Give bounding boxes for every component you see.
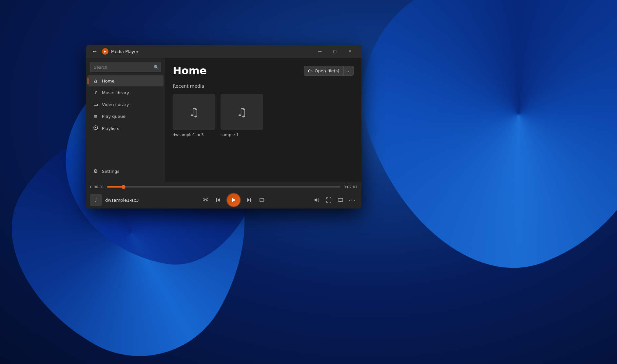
svg-marker-6 bbox=[247, 198, 250, 202]
svg-marker-4 bbox=[232, 198, 236, 202]
fullscreen-button[interactable] bbox=[323, 194, 334, 206]
media-card-sample1[interactable]: ♫ sample-1 bbox=[221, 94, 263, 137]
progress-fill bbox=[107, 186, 124, 188]
svg-point-1 bbox=[95, 127, 96, 128]
app-logo-icon: ▶ bbox=[102, 48, 108, 55]
play-pause-button[interactable] bbox=[227, 193, 240, 207]
np-music-icon: ♪ bbox=[95, 197, 98, 203]
music-note-icon-2: ♫ bbox=[237, 105, 247, 119]
sidebar-bottom: ⚙ Settings bbox=[86, 165, 165, 180]
maximize-button[interactable]: □ bbox=[327, 46, 342, 57]
sidebar-item-play-queue[interactable]: ≡ Play queue bbox=[87, 111, 164, 122]
svg-rect-2 bbox=[216, 198, 217, 202]
sidebar-item-label-music: Music library bbox=[102, 90, 129, 95]
volume-button[interactable] bbox=[312, 194, 322, 206]
more-options-button[interactable]: ··· bbox=[347, 194, 357, 206]
app-title: Media Player bbox=[111, 49, 139, 54]
main-content: 🔍 ⌂ Home ♪ Music library ▭ Video library… bbox=[86, 58, 361, 182]
sidebar-item-settings[interactable]: ⚙ Settings bbox=[87, 166, 164, 177]
now-playing: ♪ dwsample1-ac3 bbox=[90, 194, 156, 206]
minimize-button[interactable]: — bbox=[312, 46, 327, 57]
open-files-main[interactable]: 🗁 Open file(s) bbox=[304, 66, 344, 75]
now-playing-title: dwsample1-ac3 bbox=[105, 198, 139, 203]
player-controls: ♪ dwsample1-ac3 bbox=[86, 191, 361, 209]
progress-bar-container: 0:00:01 0:02:01 bbox=[86, 182, 361, 191]
progress-track[interactable] bbox=[107, 186, 340, 188]
sidebar-item-video-library[interactable]: ▭ Video library bbox=[87, 99, 164, 110]
folder-icon: 🗁 bbox=[308, 68, 313, 73]
search-input[interactable] bbox=[90, 62, 161, 72]
page-title: Home bbox=[173, 64, 207, 77]
sidebar-item-label-queue: Play queue bbox=[102, 114, 125, 119]
open-files-label: Open file(s) bbox=[315, 68, 339, 73]
progress-thumb bbox=[122, 185, 125, 189]
sidebar-item-label-home: Home bbox=[102, 79, 114, 83]
player-controls-right: ··· bbox=[312, 194, 357, 206]
next-button[interactable] bbox=[243, 194, 255, 206]
sidebar-item-playlists[interactable]: Playlists bbox=[87, 122, 164, 134]
media-card-dwsample1[interactable]: ♫ dwsample1-ac3 bbox=[173, 94, 215, 137]
playlists-icon bbox=[93, 125, 99, 132]
current-time: 0:00:01 bbox=[90, 185, 104, 189]
sidebar-item-label-settings: Settings bbox=[102, 169, 119, 174]
sidebar: 🔍 ⌂ Home ♪ Music library ▭ Video library… bbox=[86, 58, 165, 182]
open-files-dropdown-arrow[interactable]: ⌄ bbox=[344, 67, 353, 75]
video-icon: ▭ bbox=[93, 101, 99, 107]
search-box: 🔍 bbox=[90, 62, 161, 72]
ribbon-decoration-1 bbox=[330, 0, 617, 303]
music-note-icon-1: ♫ bbox=[189, 105, 199, 119]
player-bar: 0:00:01 0:02:01 ♪ dwsample1-ac3 bbox=[86, 182, 361, 209]
music-icon: ♪ bbox=[93, 90, 99, 96]
playback-controls bbox=[156, 193, 312, 207]
repeat-button[interactable] bbox=[256, 194, 268, 206]
home-icon: ⌂ bbox=[93, 78, 99, 84]
queue-icon: ≡ bbox=[93, 113, 99, 119]
media-thumbnail-sample1[interactable]: ♫ bbox=[221, 94, 263, 130]
svg-rect-5 bbox=[250, 198, 251, 202]
close-button[interactable]: ✕ bbox=[342, 46, 357, 57]
media-grid: ♫ dwsample1-ac3 ♫ sample-1 bbox=[173, 94, 354, 137]
sidebar-item-home[interactable]: ⌂ Home bbox=[87, 75, 164, 86]
right-panel: Home 🗁 Open file(s) ⌄ Recent media ♫ dws… bbox=[165, 58, 361, 182]
media-thumbnail-dwsample1[interactable]: ♫ bbox=[173, 94, 215, 130]
title-bar: ← ▶ Media Player — □ ✕ bbox=[86, 45, 361, 58]
sidebar-item-label-video: Video library bbox=[102, 102, 129, 107]
open-files-button[interactable]: 🗁 Open file(s) ⌄ bbox=[304, 66, 354, 76]
sidebar-item-music-library[interactable]: ♪ Music library bbox=[87, 87, 164, 98]
recent-media-title: Recent media bbox=[173, 83, 354, 89]
back-button[interactable]: ← bbox=[90, 47, 99, 56]
cast-button[interactable] bbox=[335, 194, 346, 206]
window-controls: — □ ✕ bbox=[312, 46, 357, 57]
total-time: 0:02:01 bbox=[344, 185, 357, 189]
sidebar-item-label-playlists: Playlists bbox=[102, 126, 119, 131]
svg-marker-7 bbox=[315, 198, 317, 202]
search-icon[interactable]: 🔍 bbox=[154, 65, 159, 70]
now-playing-thumbnail: ♪ bbox=[90, 194, 102, 206]
title-bar-left: ← ▶ Media Player bbox=[90, 47, 312, 56]
panel-header: Home 🗁 Open file(s) ⌄ bbox=[173, 64, 354, 77]
svg-marker-3 bbox=[217, 198, 220, 202]
settings-icon: ⚙ bbox=[93, 168, 99, 174]
media-name-sample1: sample-1 bbox=[221, 133, 263, 137]
shuffle-button[interactable] bbox=[200, 194, 211, 206]
previous-button[interactable] bbox=[213, 194, 224, 206]
media-name-dwsample1: dwsample1-ac3 bbox=[173, 133, 215, 137]
media-player-window: ← ▶ Media Player — □ ✕ 🔍 ⌂ Home bbox=[86, 45, 361, 209]
